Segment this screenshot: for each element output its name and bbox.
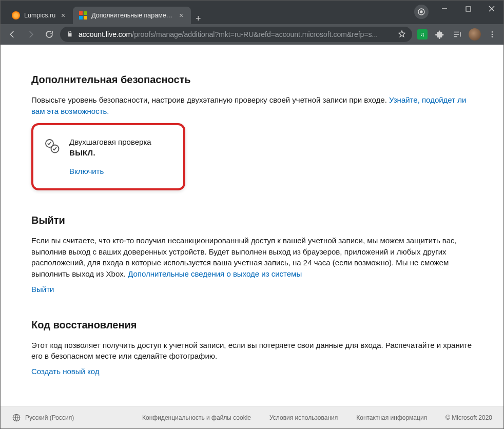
maximize-button[interactable]	[456, 1, 480, 17]
svg-point-1	[420, 11, 422, 13]
tab-strip: Lumpics.ru × Дополнительные параметры бе…	[1, 1, 412, 24]
extensions-button[interactable]	[433, 27, 447, 42]
tab-title: Lumpics.ru	[24, 12, 55, 19]
security-description: Повысьте уровень безопасности, настроив …	[31, 94, 473, 117]
footer-privacy-link[interactable]: Конфиденциальность и файлы cookie	[142, 414, 251, 421]
bookmark-star-icon[interactable]	[398, 30, 406, 40]
heading-additional-security: Дополнительная безопасность	[31, 72, 473, 87]
signout-description: Если вы считаете, что кто-то получил нес…	[31, 235, 473, 280]
enable-two-step-link[interactable]: Включить	[69, 167, 104, 176]
page-content: Дополнительная безопасность Повысьте уро…	[1, 45, 503, 428]
new-tab-button[interactable]: +	[191, 13, 205, 24]
globe-icon	[12, 413, 21, 422]
microsoft-favicon-icon	[79, 11, 87, 20]
signout-learn-more-link[interactable]: Дополнительные сведения о выходе из сист…	[128, 269, 302, 278]
browser-toolbar: account.live.com/proofs/manage/additiona…	[1, 24, 503, 45]
minimize-button[interactable]	[433, 1, 456, 17]
svg-point-7	[492, 34, 493, 35]
reading-list-icon[interactable]	[450, 27, 464, 42]
tab-lumpics[interactable]: Lumpics.ru ×	[6, 7, 73, 24]
two-step-verification-card: Двухшаговая проверка ВЫКЛ. Включить	[31, 123, 185, 190]
profile-avatar[interactable]	[468, 27, 482, 42]
back-button[interactable]	[5, 27, 20, 42]
window-controls	[433, 1, 503, 24]
tab-microsoft-account[interactable]: Дополнительные параметры бе ×	[73, 7, 191, 24]
create-recovery-code-link[interactable]: Создать новый код	[31, 367, 100, 376]
language-label: Русский (Россия)	[25, 414, 74, 421]
heading-signout: Выйти	[31, 213, 473, 228]
lumpics-favicon-icon	[12, 11, 20, 20]
forward-button[interactable]	[23, 27, 38, 42]
footer-terms-link[interactable]: Условия использования	[269, 414, 338, 421]
footer-contact-link[interactable]: Контактная информация	[356, 414, 427, 421]
close-window-button[interactable]	[480, 1, 503, 17]
lock-icon	[66, 30, 73, 39]
footer-copyright: © Microsoft 2020	[445, 414, 492, 421]
language-selector[interactable]: Русский (Россия)	[12, 413, 74, 422]
recovery-description: Этот код позволяет получить доступ к уче…	[31, 340, 473, 362]
reload-button[interactable]	[42, 27, 57, 42]
section-recovery-code: Код восстановления Этот код позволяет по…	[31, 318, 473, 377]
titlebar: Lumpics.ru × Дополнительные параметры бе…	[1, 1, 503, 24]
signout-action-link[interactable]: Выйти	[31, 285, 54, 294]
svg-rect-3	[466, 7, 471, 11]
card-title: Двухшаговая проверка	[69, 136, 151, 148]
close-tab-icon[interactable]: ×	[178, 12, 185, 19]
section-signout: Выйти Если вы считаете, что кто-то получ…	[31, 213, 473, 295]
extension-music-icon[interactable]: ♫	[415, 27, 430, 42]
url-text: account.live.com/proofs/manage/additiona…	[79, 30, 393, 38]
profile-badge-icon[interactable]	[414, 5, 429, 19]
section-additional-security: Дополнительная безопасность Повысьте уро…	[31, 72, 473, 190]
two-step-icon	[43, 136, 61, 177]
heading-recovery-code: Код восстановления	[31, 318, 473, 333]
menu-button[interactable]	[485, 27, 499, 42]
card-status: ВЫКЛ.	[69, 147, 151, 159]
close-tab-icon[interactable]: ×	[60, 12, 67, 19]
tab-title: Дополнительные параметры бе	[91, 12, 173, 19]
svg-point-8	[492, 36, 493, 37]
footer-links: Конфиденциальность и файлы cookie Услови…	[142, 414, 427, 421]
svg-point-6	[492, 31, 493, 33]
address-bar[interactable]: account.live.com/proofs/manage/additiona…	[60, 27, 412, 42]
browser-window: Lumpics.ru × Дополнительные параметры бе…	[0, 0, 504, 429]
page-footer: Русский (Россия) Конфиденциальность и фа…	[1, 406, 503, 428]
